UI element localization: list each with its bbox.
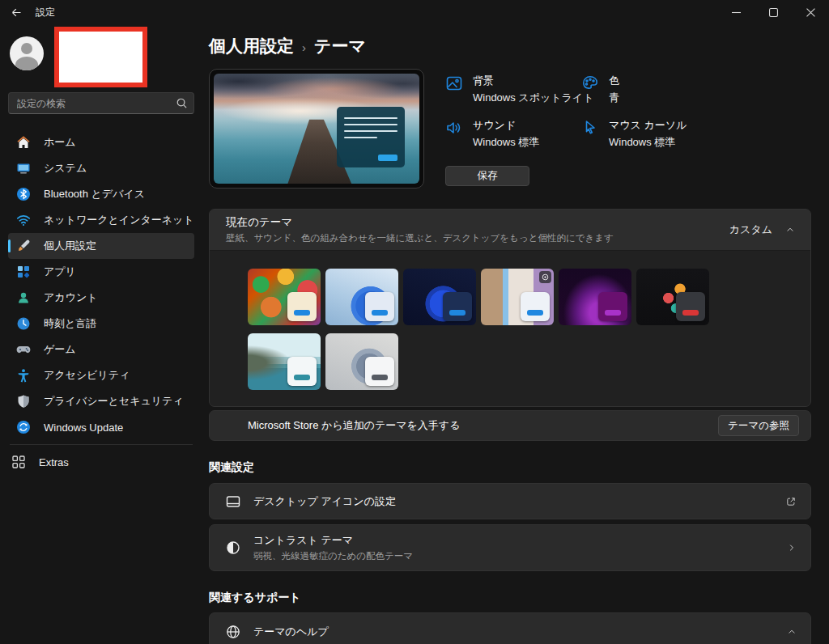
page-title: テーマ <box>314 35 366 57</box>
maximize-icon <box>769 8 778 17</box>
sidebar-item-system[interactable]: システム <box>8 155 194 181</box>
sidebar-item-accessibility[interactable]: アクセシビリティ <box>8 362 194 388</box>
theme-mini-window <box>443 292 472 321</box>
browse-themes-button[interactable]: テーマの参照 <box>718 415 799 436</box>
theme-mini-window <box>287 357 317 386</box>
breadcrumb-separator-icon: › <box>302 39 306 54</box>
sidebar-item-time-language[interactable]: 時刻と言語 <box>8 311 194 337</box>
color-palette-icon <box>581 74 599 92</box>
home-icon <box>16 135 31 150</box>
minimize-button[interactable] <box>717 0 755 24</box>
close-icon <box>806 8 815 17</box>
apps-icon <box>16 265 31 279</box>
brush-icon <box>16 239 31 253</box>
sidebar-item-home[interactable]: ホーム <box>8 129 194 155</box>
meta-color[interactable]: 色青 <box>581 74 687 105</box>
theme-mini-window <box>287 292 317 321</box>
minimize-icon <box>732 8 741 17</box>
theme-captured-motion[interactable] <box>636 269 709 325</box>
sidebar-item-apps[interactable]: アプリ <box>8 259 194 285</box>
redacted-user-info <box>54 27 147 87</box>
theme-accent-pill <box>527 310 543 316</box>
sidebar-item-network-internet[interactable]: ネットワークとインターネット <box>8 207 194 233</box>
related-settings-title: 関連設定 <box>209 460 811 475</box>
related-support-title: 関連するサポート <box>209 591 811 605</box>
theme-windows-light[interactable] <box>325 269 398 325</box>
background-icon <box>445 74 463 92</box>
sidebar-item-extras[interactable]: Extras <box>8 449 194 475</box>
theme-accent-pill <box>372 375 388 380</box>
avatar[interactable] <box>10 36 44 70</box>
sidebar-nav: ホーム システム Bluetooth とデバイス ネットワークとインターネット … <box>8 129 194 475</box>
chevron-up-icon <box>787 627 797 637</box>
clock-icon <box>16 316 31 331</box>
desktop-icon <box>225 494 241 510</box>
sidebar-item-bluetooth-devices[interactable]: Bluetooth とデバイス <box>8 181 194 207</box>
save-button[interactable]: 保存 <box>445 166 529 186</box>
sidebar-item-personalization[interactable]: 個人用設定 <box>8 233 194 259</box>
gamepad-icon <box>16 342 31 357</box>
update-icon <box>16 420 31 434</box>
theme-accent-pill <box>294 310 310 316</box>
breadcrumb: 個人用設定 › テーマ <box>209 36 811 57</box>
contrast-themes-row[interactable]: コントラスト テーマ 弱視、光線過敏症のための配色テーマ <box>209 524 811 571</box>
theme-windows-dark[interactable] <box>403 269 476 325</box>
accessibility-icon <box>16 368 31 383</box>
theme-windows-spotlight[interactable] <box>481 269 554 325</box>
theme-flow[interactable] <box>325 333 398 390</box>
theme-accent-pill <box>294 375 310 380</box>
theme-accent-pill <box>682 310 699 316</box>
current-theme-header[interactable]: 現在のテーマ 壁紙、サウンド、色の組み合わせを一緒に選ぶと、デスクトップをもっと… <box>210 210 810 250</box>
back-arrow-icon <box>11 6 23 19</box>
maximize-button[interactable] <box>755 0 792 24</box>
system-icon <box>16 161 31 176</box>
spotlight-badge-icon <box>539 271 551 283</box>
chevron-up-icon <box>785 225 795 235</box>
theme-sunrise[interactable] <box>248 333 321 390</box>
breadcrumb-parent[interactable]: 個人用設定 <box>209 35 294 57</box>
shield-icon <box>16 394 31 409</box>
sidebar-item-accounts[interactable]: アカウント <box>8 285 194 311</box>
theme-festival[interactable] <box>248 269 321 325</box>
theme-accent-pill <box>449 310 466 316</box>
bluetooth-icon <box>16 187 31 201</box>
store-text: Microsoft Store から追加のテーマを入手する <box>248 418 460 433</box>
current-theme-subtitle: 壁紙、サウンド、色の組み合わせを一緒に選ぶと、デスクトップをもっと個性的にできま… <box>226 232 614 244</box>
preview-mock-button <box>378 155 397 161</box>
current-theme-body <box>210 250 810 406</box>
back-button[interactable] <box>0 0 32 24</box>
theme-preview-frame <box>209 69 424 189</box>
main-content: 個人用設定 › テーマ 背景Windows スポットライト 色青 <box>202 24 829 644</box>
sidebar-item-gaming[interactable]: ゲーム <box>8 337 194 362</box>
external-link-icon <box>785 496 797 507</box>
theme-glow[interactable] <box>559 269 631 325</box>
current-theme-title: 現在のテーマ <box>226 215 614 230</box>
theme-accent-pill <box>605 310 621 316</box>
window-title: 設定 <box>36 6 55 19</box>
search-icon <box>176 97 188 109</box>
desktop-icon-settings-row[interactable]: デスクトップ アイコンの設定 <box>209 483 811 519</box>
contrast-icon <box>225 540 241 556</box>
meta-background[interactable]: 背景Windows スポットライト <box>445 74 581 105</box>
close-button[interactable] <box>792 0 829 24</box>
wifi-icon <box>16 213 31 227</box>
sidebar-divider <box>10 444 193 445</box>
store-row: Microsoft Store から追加のテーマを入手する テーマの参照 <box>209 410 811 441</box>
globe-icon <box>225 624 241 640</box>
theme-accent-pill <box>372 310 388 316</box>
titlebar: 設定 <box>0 0 829 24</box>
theme-mini-window <box>521 292 550 321</box>
theme-mini-window <box>365 357 394 386</box>
theme-mini-window <box>676 292 705 321</box>
theme-meta: 背景Windows スポットライト 色青 サウンドWindows 標準 マウス … <box>445 69 687 189</box>
sidebar-item-windows-update[interactable]: Windows Update <box>8 414 194 440</box>
extras-icon <box>11 455 26 469</box>
theme-help-row[interactable]: テーマのヘルプ <box>209 612 811 644</box>
theme-thumbnails <box>248 269 717 390</box>
search-input[interactable] <box>8 92 194 114</box>
meta-cursor[interactable]: マウス カーソルWindows 標準 <box>581 118 687 150</box>
sidebar-item-privacy-security[interactable]: プライバシーとセキュリティ <box>8 388 194 414</box>
current-theme-card: 現在のテーマ 壁紙、サウンド、色の組み合わせを一緒に選ぶと、デスクトップをもっと… <box>209 209 811 407</box>
preview-mock-window <box>337 107 405 167</box>
meta-sound[interactable]: サウンドWindows 標準 <box>445 118 581 150</box>
